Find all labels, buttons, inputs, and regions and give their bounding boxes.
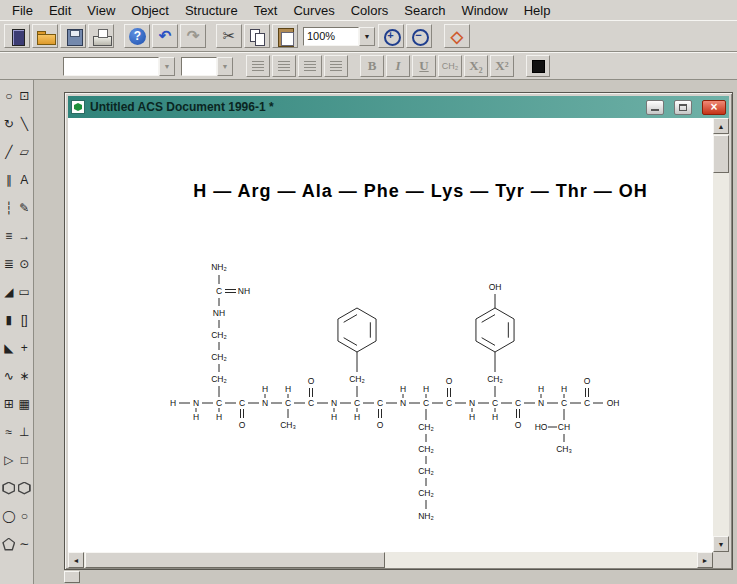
font-size-dropdown-button[interactable]: ▼ <box>217 57 233 76</box>
maximize-button[interactable] <box>674 100 692 115</box>
horizontal-scrollbar[interactable]: ◄ ► <box>68 552 713 568</box>
tool-circle[interactable]: ○ <box>18 506 32 526</box>
open-button[interactable] <box>32 24 58 48</box>
scroll-up-button[interactable]: ▲ <box>713 118 729 134</box>
tool-hashed-wedge-bond[interactable]: ≣ <box>2 254 16 274</box>
scroll-left-button[interactable]: ◄ <box>68 552 84 568</box>
menu-colors[interactable]: Colors <box>343 1 397 20</box>
tool-rectangle[interactable]: □ <box>18 450 32 470</box>
tool-symbol[interactable]: ∗ <box>18 366 32 386</box>
tool-dashed-bond[interactable]: ┆ <box>2 198 16 218</box>
tool-pentagon[interactable] <box>2 534 16 554</box>
tool-pen[interactable]: ✎ <box>18 198 32 218</box>
scroll-down-button[interactable]: ▼ <box>713 536 729 552</box>
menu-structure[interactable]: Structure <box>177 1 246 20</box>
color-swatch-button[interactable] <box>526 55 550 77</box>
save-button[interactable] <box>60 24 86 48</box>
superscript-button[interactable]: X² <box>490 55 514 77</box>
subscript-button[interactable]: X₂ <box>464 55 488 77</box>
tool-pin[interactable]: ⊥ <box>18 422 32 442</box>
font-family-value[interactable] <box>63 57 159 76</box>
tool-single-bond[interactable]: ╱ <box>2 142 16 162</box>
tool-bold-bond[interactable]: ▮ <box>2 310 16 330</box>
svg-text:H: H <box>354 412 360 422</box>
tool-plus[interactable]: + <box>18 338 32 358</box>
align-justify-button[interactable] <box>324 55 348 77</box>
tool-selection-frame[interactable]: ▦ <box>18 394 32 414</box>
cut-button[interactable]: ✂ <box>216 24 242 48</box>
menu-help[interactable]: Help <box>516 1 559 20</box>
menu-curves[interactable]: Curves <box>285 1 342 20</box>
scroll-right-button[interactable]: ► <box>697 552 713 568</box>
print-button[interactable] <box>88 24 114 48</box>
menu-object[interactable]: Object <box>123 1 177 20</box>
window-content: H — Arg — Ala — Phe — Lys — Tyr — Thr — … <box>68 118 729 568</box>
font-size-value[interactable] <box>181 57 217 76</box>
tool-wavy-bond[interactable]: ∿ <box>2 366 16 386</box>
vertical-scrollbar[interactable]: ▲ ▼ <box>713 118 729 552</box>
tool-triangle[interactable]: ▷ <box>2 450 16 470</box>
menu-window[interactable]: Window <box>453 1 515 20</box>
bold-button[interactable]: B <box>360 55 384 77</box>
tool-hashed-bond[interactable]: ≡ <box>2 226 16 246</box>
menu-search[interactable]: Search <box>396 1 453 20</box>
document-icon <box>71 100 85 114</box>
tool-wedge-bond[interactable]: ◢ <box>2 282 16 302</box>
align-left-button[interactable] <box>246 55 270 77</box>
tool-cyclohexane[interactable] <box>18 478 32 498</box>
copy-button[interactable] <box>244 24 270 48</box>
menu-file[interactable]: File <box>4 1 41 20</box>
font-family-dropdown-button[interactable]: ▼ <box>159 57 175 76</box>
tool-oval[interactable]: ◯ <box>2 506 16 526</box>
tool-multiple-bond[interactable]: ∥ <box>2 170 16 190</box>
tool-hollow-wedge-bond[interactable]: ◣ <box>2 338 16 358</box>
tool-eraser[interactable]: ▱ <box>18 142 32 162</box>
window-titlebar[interactable]: Untitled ACS Document 1996-1 * × <box>68 96 729 118</box>
menu-edit[interactable]: Edit <box>41 1 79 20</box>
svg-text:C: C <box>515 398 521 408</box>
tool-freehand[interactable]: ∼ <box>18 534 32 554</box>
minimize-button[interactable] <box>646 100 664 115</box>
tool-rotate[interactable]: ↻ <box>2 114 16 134</box>
tool-solid-bond[interactable]: ╲ <box>18 114 32 134</box>
tool-bracket[interactable]: [] <box>18 310 32 330</box>
vertical-scroll-thumb[interactable] <box>713 135 729 173</box>
tool-table[interactable]: ⊞ <box>2 394 16 414</box>
svg-text:C: C <box>584 398 590 408</box>
zoom-in-button[interactable] <box>378 24 404 48</box>
tool-lasso[interactable]: ○ <box>2 86 16 106</box>
zoom-input[interactable] <box>303 27 359 46</box>
benzene-glyph <box>74 103 82 111</box>
underline-button[interactable]: U <box>412 55 436 77</box>
document-page[interactable]: H — Arg — Ala — Phe — Lys — Tyr — Thr — … <box>68 118 713 552</box>
redo-button[interactable]: ↷ <box>180 24 206 48</box>
align-right-button[interactable] <box>298 55 322 77</box>
mdi-corner-button[interactable] <box>64 571 80 583</box>
diamond-template-button[interactable]: ◇ <box>444 24 470 48</box>
zoom-out-button[interactable] <box>406 24 432 48</box>
tool-curve[interactable]: ≈ <box>2 422 16 442</box>
svg-text:H: H <box>331 412 337 422</box>
svg-text:O: O <box>377 420 384 430</box>
new-document-button[interactable] <box>4 24 30 48</box>
tool-marquee[interactable]: ⊡ <box>18 86 32 106</box>
menu-text[interactable]: Text <box>246 1 286 20</box>
undo-button[interactable]: ↶ <box>152 24 178 48</box>
tool-hexagon[interactable] <box>2 478 16 498</box>
italic-button[interactable]: I <box>386 55 410 77</box>
svg-text:CH₂: CH₂ <box>211 352 227 362</box>
paste-button[interactable] <box>272 24 298 48</box>
tool-arrow[interactable]: → <box>18 226 32 246</box>
tool-orbital[interactable]: ⊙ <box>18 254 32 274</box>
svg-text:C: C <box>285 398 291 408</box>
svg-text:OH: OH <box>607 398 620 408</box>
menu-view[interactable]: View <box>79 1 123 20</box>
horizontal-scroll-thumb[interactable] <box>85 552 385 568</box>
zoom-dropdown-button[interactable]: ▼ <box>359 27 375 46</box>
align-center-button[interactable] <box>272 55 296 77</box>
tool-text[interactable]: A <box>18 170 32 190</box>
help-button[interactable] <box>124 24 150 48</box>
close-button[interactable]: × <box>702 100 726 115</box>
formula-button[interactable]: CH₂ <box>438 55 462 77</box>
tool-rounded-rectangle[interactable]: ▭ <box>18 282 32 302</box>
